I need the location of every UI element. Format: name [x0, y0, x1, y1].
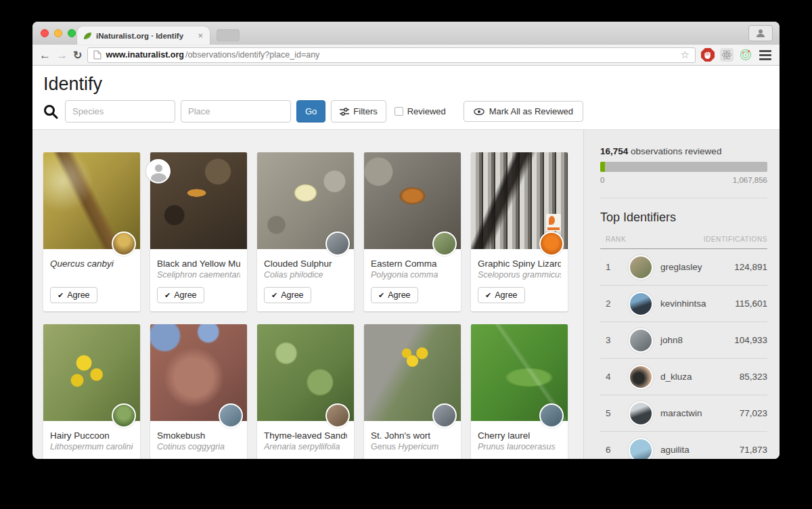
browser-window: iNaturalist.org · Identify × ← → ↻ www.i… [32, 22, 780, 459]
identify-header: Identify Go Filters Reviewed Mark All as… [32, 66, 780, 130]
identifier-avatar[interactable] [629, 365, 653, 389]
progress-min: 0 [600, 176, 604, 184]
observation-photo[interactable] [257, 324, 354, 421]
taxon-name[interactable]: Hairy Puccoon [50, 430, 133, 441]
rank-column-header: RANK [606, 236, 626, 243]
identifier-username[interactable]: john8 [660, 335, 734, 345]
agree-button[interactable]: ✔Agree [371, 287, 418, 303]
taxon-name[interactable]: Cherry laurel [478, 430, 561, 441]
filters-label: Filters [353, 106, 377, 116]
identifier-username[interactable]: aguilita [660, 445, 740, 455]
identifier-avatar[interactable] [629, 328, 653, 353]
identifier-count: 104,933 [734, 335, 767, 345]
observation-photo[interactable] [471, 152, 568, 249]
address-bar[interactable]: www.inaturalist.org /observations/identi… [87, 47, 696, 63]
agree-button[interactable]: ✔Agree [264, 287, 311, 303]
browser-menu-icon[interactable] [758, 49, 773, 62]
taxon-name[interactable]: Black and Yellow Mud Dauber [157, 259, 240, 269]
observation-photo[interactable] [364, 324, 461, 421]
identifier-avatar[interactable] [629, 292, 653, 316]
observation-photo[interactable] [43, 152, 140, 249]
taxon-name[interactable]: Smokebush [157, 430, 240, 441]
observation-photo[interactable] [43, 324, 140, 421]
reviewed-checkbox[interactable] [394, 107, 403, 116]
reload-icon[interactable]: ↻ [73, 49, 82, 62]
reviewed-count: 16,754 [600, 146, 628, 156]
identifier-username[interactable]: greglasley [660, 262, 734, 272]
identifier-avatar[interactable] [629, 438, 653, 460]
progress-fill [600, 162, 605, 172]
identifier-avatar[interactable] [629, 401, 653, 426]
identifier-count: 115,601 [735, 298, 767, 309]
observation-photo[interactable] [471, 324, 568, 421]
taxon-name[interactable]: Graphic Spiny Lizard [478, 259, 561, 269]
reviewed-stats: 16,754 observations reviewed [600, 146, 767, 156]
identifier-rank: 1 [606, 262, 629, 272]
identifier-count: 77,023 [740, 408, 767, 418]
url-domain: www.inaturalist.org [106, 50, 184, 60]
observation-photo[interactable] [150, 152, 247, 249]
taxon-name[interactable]: Thyme-leaved Sandwort [264, 430, 347, 441]
filters-button[interactable]: Filters [331, 100, 386, 123]
mark-all-reviewed-label: Mark All as Reviewed [489, 106, 573, 116]
taxon-scientific-name: Sceloporus grammicus [478, 270, 561, 281]
identifier-username[interactable]: d_kluza [660, 372, 740, 382]
observation-card[interactable]: Clouded Sulphur Colias philodice ✔Agree [257, 152, 354, 311]
species-input[interactable] [65, 100, 175, 123]
page-title: Identify [43, 74, 780, 95]
agree-button[interactable]: ✔Agree [478, 287, 525, 303]
identifier-username[interactable]: kevinhintsa [660, 298, 735, 309]
browser-profile-button[interactable] [748, 25, 773, 41]
observation-card[interactable]: Smokebush Cotinus coggygria ✔Agree [150, 324, 247, 459]
observation-card[interactable]: Hairy Puccoon Lithospermum caroliniense … [43, 324, 140, 459]
observation-card[interactable]: Black and Yellow Mud Dauber Sceliphron c… [150, 152, 247, 311]
url-path: /observations/identify?place_id=any [185, 50, 319, 60]
identifier-avatar[interactable] [629, 255, 653, 280]
top-identifiers-title: Top Identifiers [600, 211, 767, 225]
agree-button[interactable]: ✔Agree [157, 287, 204, 303]
taxon-name[interactable]: St. John's wort [371, 430, 454, 441]
inaturalist-leaf-favicon [83, 31, 92, 41]
zoom-window-button[interactable] [68, 29, 76, 37]
adblock-extension-icon[interactable] [701, 48, 715, 62]
observation-photo[interactable] [257, 152, 354, 249]
back-icon[interactable]: ← [39, 49, 51, 61]
close-window-button[interactable] [41, 29, 49, 37]
identifier-rank: 6 [606, 445, 629, 455]
identifier-username[interactable]: maractwin [660, 408, 740, 418]
eye-icon [474, 108, 484, 115]
atom-extension-icon[interactable] [720, 48, 734, 62]
mark-all-reviewed-button[interactable]: Mark All as Reviewed [464, 101, 583, 122]
minimize-window-button[interactable] [54, 29, 62, 37]
taxon-scientific-name: Lithospermum caroliniense [50, 442, 133, 453]
observation-card[interactable]: St. John's wort Genus Hypericum ✔Agree [364, 324, 461, 459]
observation-card[interactable]: Thyme-leaved Sandwort Arenaria serpyllif… [257, 324, 354, 459]
observation-card[interactable]: Cherry laurel Prunus laurocerasus ✔Agree [471, 324, 568, 459]
target-extension-icon[interactable] [739, 48, 752, 62]
observer-avatar [146, 159, 171, 183]
sliders-icon [340, 108, 349, 116]
taxon-name[interactable]: Clouded Sulphur [264, 259, 347, 269]
taxon-name[interactable]: Quercus canbyi [50, 259, 133, 269]
new-tab-button[interactable] [217, 29, 240, 41]
content-area: Quercus canbyi ✔Agree Black and Yellow M… [32, 130, 780, 459]
observation-photo[interactable] [364, 152, 461, 249]
browser-tab[interactable]: iNaturalist.org · Identify × [77, 26, 210, 45]
go-button[interactable]: Go [296, 100, 325, 123]
observer-avatar [325, 403, 350, 428]
identifier-count: 124,891 [734, 262, 767, 272]
close-tab-icon[interactable]: × [196, 30, 204, 41]
bookmark-star-icon[interactable]: ☆ [681, 49, 690, 61]
taxon-scientific-name: Cotinus coggygria [157, 442, 240, 453]
taxon-name[interactable]: Eastern Comma [371, 259, 454, 269]
check-icon: ✔ [378, 291, 384, 300]
identifier-rank: 2 [606, 298, 629, 309]
identifier-count: 71,873 [740, 445, 767, 455]
observation-card[interactable]: Eastern Comma Polygonia comma ✔Agree [364, 152, 461, 311]
identifier-rank: 5 [606, 408, 629, 418]
observation-photo[interactable] [150, 324, 247, 421]
observation-card[interactable]: Graphic Spiny Lizard Sceloporus grammicu… [471, 152, 568, 311]
observation-card[interactable]: Quercus canbyi ✔Agree [43, 152, 140, 311]
agree-button[interactable]: ✔Agree [50, 287, 97, 303]
place-input[interactable] [181, 100, 291, 123]
